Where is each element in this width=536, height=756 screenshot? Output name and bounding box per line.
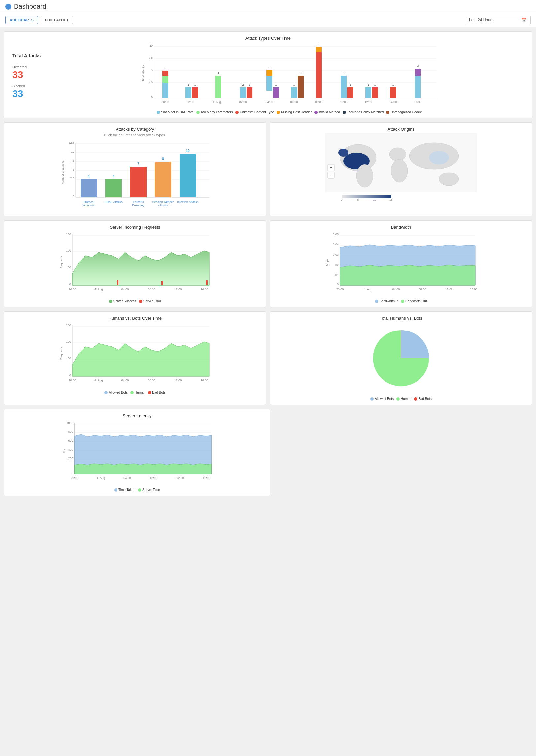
- svg-text:0: 0: [337, 283, 339, 286]
- svg-text:200: 200: [68, 457, 73, 460]
- legend-item: Bandwidth Out: [401, 299, 427, 303]
- svg-text:08:00: 08:00: [148, 379, 155, 382]
- svg-text:0.03: 0.03: [333, 253, 339, 256]
- svg-text:14:00: 14:00: [389, 100, 397, 104]
- svg-rect-34: [316, 52, 322, 98]
- svg-text:ms: ms: [62, 449, 65, 453]
- svg-text:0: 0: [73, 195, 74, 198]
- bandwidth-legend: Bandwidth In Bandwidth Out: [274, 299, 528, 303]
- svg-text:08:00: 08:00: [150, 476, 157, 480]
- svg-text:0: 0: [341, 198, 342, 201]
- svg-text:400: 400: [68, 448, 73, 451]
- blocked-value: 33: [12, 88, 47, 99]
- svg-text:3: 3: [343, 71, 344, 75]
- svg-text:Protocol: Protocol: [83, 200, 94, 204]
- attacks-by-category-title: Attacks by Category: [8, 127, 262, 132]
- server-requests-title: Server Incoming Requests: [8, 225, 262, 230]
- legend-item: Unrecognized Cookie: [386, 110, 422, 114]
- svg-text:08:00: 08:00: [315, 100, 323, 104]
- svg-text:100: 100: [66, 249, 71, 252]
- total-humans-vs-bots-panel: Total Humans vs. Bots Allowed Bots Human…: [270, 311, 532, 405]
- attack-types-legend: Slash-dot in URL Path Too Many Parameter…: [51, 110, 528, 114]
- svg-point-100: [391, 159, 408, 182]
- dashboard: Attack Types Over Time Total Attacks Det…: [0, 27, 536, 500]
- svg-rect-37: [341, 76, 347, 98]
- legend-item: Server Error: [139, 299, 161, 303]
- attack-origins-title: Attack Origins: [274, 127, 528, 132]
- server-requests-legend: Server Success Server Error: [8, 299, 262, 303]
- svg-text:08:00: 08:00: [148, 288, 155, 291]
- svg-text:1: 1: [275, 83, 277, 86]
- svg-text:Requests: Requests: [60, 256, 63, 268]
- svg-text:0.05: 0.05: [333, 233, 339, 236]
- svg-text:0.02: 0.02: [333, 263, 339, 267]
- svg-text:50: 50: [68, 266, 71, 269]
- svg-text:12:00: 12:00: [176, 476, 184, 480]
- svg-text:12:00: 12:00: [445, 288, 453, 291]
- svg-text:0.01: 0.01: [333, 273, 339, 277]
- svg-text:600: 600: [68, 439, 73, 442]
- svg-rect-41: [365, 87, 371, 98]
- svg-text:4. Aug: 4. Aug: [213, 100, 221, 104]
- detected-label: Detected: [12, 65, 47, 69]
- svg-text:4. Aug: 4. Aug: [94, 288, 103, 291]
- svg-rect-86: [155, 162, 171, 197]
- svg-text:16:00: 16:00: [203, 476, 210, 480]
- legend-item: Tor Node Policy Matched: [343, 110, 384, 114]
- edit-layout-button[interactable]: EDIT LAYOUT: [41, 16, 73, 24]
- svg-rect-75: [81, 179, 97, 197]
- svg-rect-124: [206, 280, 208, 285]
- svg-rect-79: [105, 179, 122, 197]
- detected-block: Detected 33: [12, 65, 47, 80]
- server-requests-svg: 150 100 50 0: [8, 231, 262, 297]
- svg-text:1: 1: [249, 83, 250, 86]
- attacks-by-category-subtitle: Click the columns to view attack types.: [8, 133, 262, 137]
- legend-item: Server Time: [138, 488, 160, 492]
- svg-rect-43: [372, 87, 378, 98]
- detected-value: 33: [12, 69, 47, 80]
- legend-item: Unknown Content Type: [235, 110, 274, 114]
- svg-text:12.5: 12.5: [68, 141, 74, 144]
- svg-rect-21: [240, 87, 246, 98]
- svg-point-103: [439, 173, 459, 186]
- svg-text:0: 0: [69, 374, 71, 377]
- svg-text:3: 3: [300, 71, 301, 75]
- svg-text:16:00: 16:00: [470, 288, 478, 291]
- svg-text:15: 15: [389, 198, 393, 201]
- svg-text:Requests: Requests: [60, 347, 63, 360]
- legend-item: Too Many Parameters: [196, 110, 233, 114]
- svg-text:1: 1: [392, 83, 394, 86]
- time-range-selector[interactable]: Last 24 Hours 📅: [465, 16, 531, 24]
- calendar-icon: 📅: [521, 18, 526, 22]
- svg-text:16:00: 16:00: [414, 100, 422, 104]
- attacks-by-category-panel: Attacks by Category Click the columns to…: [4, 122, 266, 216]
- svg-text:20:00: 20:00: [336, 288, 344, 291]
- svg-text:5: 5: [151, 68, 153, 72]
- svg-text:4: 4: [113, 175, 115, 178]
- legend-item: Human: [396, 397, 411, 401]
- svg-rect-26: [266, 70, 272, 76]
- legend-item: Allowed Bots: [370, 397, 394, 401]
- svg-text:4. Aug: 4. Aug: [364, 288, 372, 291]
- svg-text:3: 3: [268, 65, 270, 69]
- svg-text:20:00: 20:00: [71, 476, 78, 480]
- svg-point-98: [356, 164, 373, 187]
- dashboard-logo: [5, 4, 11, 10]
- svg-text:12:00: 12:00: [365, 100, 372, 104]
- add-charts-button[interactable]: ADD CHARTS: [5, 16, 38, 24]
- svg-text:04:00: 04:00: [121, 379, 129, 382]
- total-humans-vs-bots-legend: Allowed Bots Human Bad Bots: [274, 397, 528, 401]
- svg-text:06:00: 06:00: [290, 100, 298, 104]
- svg-text:20:00: 20:00: [69, 288, 76, 291]
- legend-item: Bad Bots: [148, 391, 166, 394]
- svg-text:1: 1: [293, 83, 295, 86]
- svg-point-102: [429, 151, 449, 164]
- svg-text:9: 9: [318, 42, 319, 46]
- svg-text:800: 800: [68, 430, 73, 433]
- humans-vs-bots-title: Humans vs. Bots Over Time: [8, 316, 262, 321]
- svg-text:3: 3: [217, 71, 219, 75]
- row-4: Humans vs. Bots Over Time 150 100 50 0: [4, 311, 532, 405]
- svg-text:0: 0: [71, 471, 73, 475]
- svg-text:5: 5: [357, 198, 359, 201]
- bandwidth-title: Bandwidth: [274, 225, 528, 230]
